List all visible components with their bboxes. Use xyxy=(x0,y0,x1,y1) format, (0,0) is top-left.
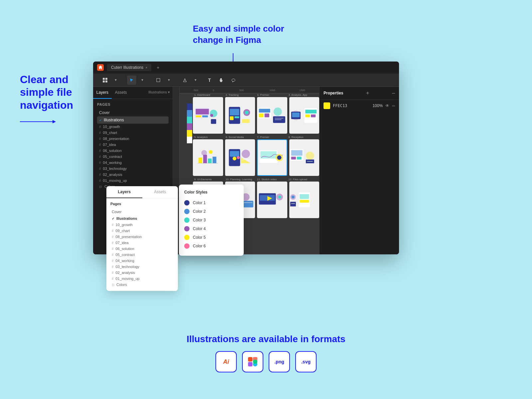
toolbar-frame-btn[interactable] xyxy=(154,75,163,85)
canvas-cell-4[interactable] xyxy=(289,97,320,134)
lp-layer-colors[interactable]: ⊟ Colors xyxy=(110,282,174,288)
tab-close-icon[interactable]: × xyxy=(145,66,147,69)
grid-label-7: 7. Premier xyxy=(257,136,287,139)
toolbar-pen-btn[interactable] xyxy=(180,75,190,85)
svg-rect-63 xyxy=(291,157,296,159)
svg-rect-39 xyxy=(305,110,317,113)
toolbar-frame-dropdown[interactable]: ▼ xyxy=(164,75,174,85)
lp-layer-solution[interactable]: # 06_solution xyxy=(110,246,174,252)
svg-rect-3 xyxy=(105,80,107,82)
figma-home-icon[interactable] xyxy=(97,64,104,71)
lp-layer-moving[interactable]: # 01_moving_up xyxy=(110,276,174,282)
page-name: Illustrations xyxy=(104,118,124,122)
layer-item-7[interactable]: #04_working xyxy=(97,160,169,166)
svg-marker-46 xyxy=(212,157,216,163)
layer-item-5[interactable]: #06_solution xyxy=(97,148,169,154)
lp-layer-contract[interactable]: # 05_contract xyxy=(110,252,174,258)
svg-rect-0 xyxy=(103,78,105,80)
cs-label-3: Color 3 xyxy=(193,218,206,222)
assets-tab[interactable]: Assets xyxy=(142,186,178,198)
page-check-icon: ✓ xyxy=(99,118,102,122)
arrow-decoration xyxy=(20,121,53,122)
svg-point-48 xyxy=(209,150,212,154)
lp-layer-analysis[interactable]: # 02_analysis xyxy=(110,270,174,276)
cs-item-color3[interactable]: Color 3 xyxy=(184,216,238,224)
lp-layer-growth[interactable]: # 10_growth xyxy=(110,222,174,228)
canvas-cell-11[interactable] xyxy=(257,182,287,218)
figma-tab-active[interactable]: Cuterr Illustrations × xyxy=(107,64,151,71)
color-block-4 xyxy=(187,123,192,130)
remove-btn[interactable]: – xyxy=(392,103,395,109)
layer-item-8[interactable]: #03_technology xyxy=(97,166,169,172)
svg-point-59 xyxy=(277,156,281,160)
figma-logo-icon xyxy=(248,357,257,366)
lp-layer-technology[interactable]: # 03_technology xyxy=(110,264,174,270)
page-item-illustrations[interactable]: ✓ Illustrations xyxy=(97,116,169,124)
canvas-cell-3[interactable] xyxy=(257,97,287,134)
properties-add-btn[interactable]: + xyxy=(366,90,369,96)
page-item-cover[interactable]: Cover xyxy=(97,109,169,116)
lp-layer-working[interactable]: # 04_working xyxy=(110,258,174,264)
layers-tab[interactable]: Layers xyxy=(106,186,142,198)
format-icon-svg[interactable]: .svg xyxy=(295,351,317,372)
cs-dot-6 xyxy=(184,243,190,249)
svg-rect-14 xyxy=(196,109,209,114)
canvas-cell-6[interactable] xyxy=(225,139,255,176)
lp-layer-presentation[interactable]: # 08_presentation xyxy=(110,234,174,240)
lp-layer-chart[interactable]: # 09_chart xyxy=(110,228,174,234)
page-name: Cover xyxy=(99,110,110,115)
toolbar-comment-btn[interactable] xyxy=(229,75,238,85)
format-icon-figma[interactable] xyxy=(242,351,263,372)
canvas-cell-2[interactable] xyxy=(225,97,255,134)
cs-item-color4[interactable]: Color 4 xyxy=(184,224,238,233)
grid-label-1: 1. Dashboard xyxy=(194,93,224,96)
grid-label-4: 4. Analysis, App xyxy=(289,93,318,96)
grid-labels-row1: 1. Dashboard 2. Tracking 3. Premier 4. A… xyxy=(193,93,319,96)
layer-item-2[interactable]: #09_chart xyxy=(97,130,169,136)
layer-item-4[interactable]: #07_idea xyxy=(97,142,169,148)
layer-item-9[interactable]: #02_analysis xyxy=(97,172,169,178)
canvas-cell-7[interactable] xyxy=(257,139,287,176)
layer-item-10[interactable]: #01_moving_up xyxy=(97,178,169,184)
panel-tab-assets[interactable]: Assets xyxy=(112,87,130,99)
lp-page-cover[interactable]: Cover xyxy=(110,208,174,215)
color-swatch-preview[interactable] xyxy=(324,102,330,109)
lp-layer-idea[interactable]: # 07_idea xyxy=(110,240,174,246)
lp-page-illustrations[interactable]: ✓ Illustrations xyxy=(110,215,174,222)
canvas-cell-1[interactable] xyxy=(193,97,223,134)
tab-add-icon[interactable]: + xyxy=(155,65,161,70)
cs-item-color6[interactable]: Color 6 xyxy=(184,242,238,250)
toolbar-hand-btn[interactable] xyxy=(217,75,226,85)
panel-tab-layers[interactable]: Layers xyxy=(93,87,112,99)
toolbar-select-dropdown[interactable]: ▼ xyxy=(138,75,147,85)
svg-point-91 xyxy=(291,196,294,199)
toolbar-select-group: ▼ xyxy=(125,75,149,85)
canvas-cell-5[interactable] xyxy=(193,139,223,176)
canvas-cell-8[interactable] xyxy=(289,139,320,176)
layer-item-1[interactable]: #10_growth xyxy=(97,124,169,130)
cs-item-color2[interactable]: Color 2 xyxy=(184,207,238,216)
pages-section: Pages Cover ✓ Illustrations #10_growth #… xyxy=(93,99,173,193)
color-styles-header: Color Styles xyxy=(184,190,238,195)
toolbar-dropdown-btn[interactable]: ▼ xyxy=(111,75,120,85)
cs-label-1: Color 1 xyxy=(193,200,206,205)
svg-rect-31 xyxy=(265,113,269,117)
layer-item-6[interactable]: #05_contract xyxy=(97,154,169,160)
toolbar-pen-dropdown[interactable]: ▼ xyxy=(191,75,200,85)
format-icon-png[interactable]: .png xyxy=(269,351,290,372)
properties-minus-btn[interactable]: – xyxy=(392,90,395,96)
grid-label-3: 3. Premier xyxy=(257,93,287,96)
toolbar-grid-btn[interactable] xyxy=(100,75,110,85)
svg-rect-88 xyxy=(300,194,309,199)
opacity-value: 100% xyxy=(372,103,383,108)
toolbar-select-btn[interactable] xyxy=(127,75,136,85)
cs-item-color1[interactable]: Color 1 xyxy=(184,199,238,207)
cs-item-color5[interactable]: Color 5 xyxy=(184,233,238,242)
layer-item-3[interactable]: #08_presentation xyxy=(97,136,169,142)
visibility-icon[interactable]: 👁 xyxy=(385,103,389,108)
toolbar-text-btn[interactable]: T xyxy=(205,75,214,85)
panel-tabs: Layers Assets Illustrations ▾ xyxy=(93,87,173,99)
toolbar-pen-group: ▼ xyxy=(178,75,202,85)
canvas-cell-12[interactable] xyxy=(289,182,320,218)
format-icon-ai[interactable]: Ai xyxy=(215,351,237,372)
